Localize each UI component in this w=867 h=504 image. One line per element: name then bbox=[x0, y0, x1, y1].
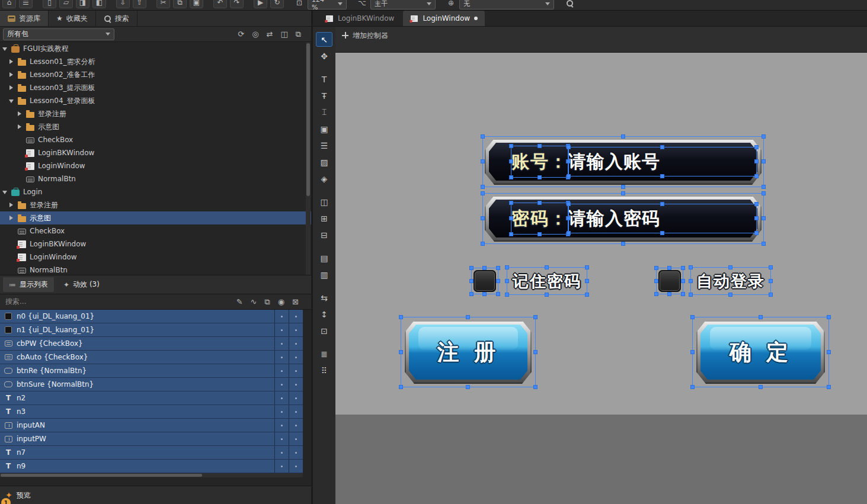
selection-handle[interactable] bbox=[481, 134, 485, 139]
selection-handle[interactable] bbox=[654, 292, 658, 296]
selection-handle[interactable] bbox=[769, 265, 773, 269]
selection-handle[interactable] bbox=[496, 292, 500, 296]
tree-scrollbar[interactable] bbox=[306, 42, 311, 275]
selection-handle[interactable] bbox=[728, 265, 732, 269]
selection-handle[interactable] bbox=[585, 265, 589, 269]
selection-handle[interactable] bbox=[538, 201, 542, 205]
tree-item-folder[interactable]: 示意图 bbox=[0, 120, 311, 133]
lock-toggle[interactable] bbox=[289, 405, 303, 418]
selection-handle[interactable] bbox=[481, 242, 485, 246]
selection-handle[interactable] bbox=[827, 385, 831, 389]
selection-handle[interactable] bbox=[538, 232, 542, 236]
selection-handle[interactable] bbox=[505, 279, 509, 283]
expander-icon[interactable] bbox=[8, 72, 14, 78]
tree-item-folder[interactable]: Lesson04_登录面板 bbox=[0, 94, 311, 107]
new-window-icon[interactable]: ⧉ bbox=[296, 30, 301, 39]
visibility-toggle[interactable] bbox=[274, 310, 289, 323]
import-icon[interactable]: ⇩ bbox=[116, 0, 130, 8]
locate-icon[interactable]: ◎ bbox=[252, 30, 258, 39]
tree-item-component[interactable]: CheckBox bbox=[0, 224, 311, 237]
editor-tab-loginbkwindow[interactable]: LoginBKWindow bbox=[318, 11, 401, 26]
visibility-toggle[interactable] bbox=[274, 405, 289, 418]
design-canvas[interactable]: 账号： 请输入账号 密码： 请输入密码 记住密码 bbox=[335, 53, 867, 504]
tab-favorites[interactable]: 收藏夹 bbox=[49, 11, 96, 26]
selection-handle[interactable] bbox=[585, 293, 589, 297]
selection-handle[interactable] bbox=[762, 216, 766, 220]
selection-handle[interactable] bbox=[533, 350, 538, 354]
tree-item-folder[interactable]: 登录注册 bbox=[0, 198, 311, 211]
package-filter-select[interactable]: 所有包 bbox=[3, 28, 114, 40]
selection-handle[interactable] bbox=[466, 315, 470, 319]
visibility-toggle[interactable] bbox=[274, 378, 289, 391]
new-file-icon[interactable]: ▯ bbox=[43, 0, 56, 8]
selection-handle[interactable] bbox=[681, 279, 685, 283]
selection-handle[interactable] bbox=[690, 385, 695, 389]
selection-handle[interactable] bbox=[690, 315, 695, 319]
branch-dropdown[interactable]: 主干 bbox=[370, 0, 436, 9]
selection-handle[interactable] bbox=[469, 292, 474, 296]
refresh-icon[interactable]: ↻ bbox=[270, 0, 284, 8]
relations-icon[interactable]: ∿ bbox=[251, 297, 257, 307]
tree-item-folder[interactable]: 登录注册 bbox=[0, 107, 311, 120]
selection-handle[interactable] bbox=[667, 292, 671, 296]
selection-handle[interactable] bbox=[621, 191, 625, 195]
paste-icon[interactable]: ▣ bbox=[190, 0, 203, 8]
display-list-item[interactable]: n0 {ui_DL_kuang_01} bbox=[0, 310, 303, 323]
display-list-item[interactable]: n7 bbox=[0, 446, 303, 460]
expander-icon[interactable] bbox=[8, 98, 14, 104]
selection-handle[interactable] bbox=[667, 266, 671, 270]
search-input[interactable]: 搜索... bbox=[5, 297, 26, 307]
selection-handle[interactable] bbox=[399, 315, 403, 319]
selection-handle[interactable] bbox=[660, 231, 664, 235]
play-icon[interactable]: ▶ bbox=[254, 0, 267, 8]
select-tool[interactable]: ↖ bbox=[316, 32, 332, 47]
selection-handle[interactable] bbox=[754, 145, 759, 149]
richtext-tool[interactable]: Ŧ bbox=[316, 88, 332, 103]
display-list-item[interactable]: inputPW bbox=[0, 432, 303, 446]
copy-icon[interactable]: ⧉ bbox=[173, 0, 187, 8]
selection-handle[interactable] bbox=[496, 279, 500, 283]
tree-item-folder[interactable]: Lesson01_需求分析 bbox=[0, 55, 311, 68]
selection-handle[interactable] bbox=[545, 293, 549, 297]
selection-handle[interactable] bbox=[689, 265, 693, 269]
selection-handle[interactable] bbox=[533, 385, 538, 389]
display-list-item[interactable]: inputAN bbox=[0, 419, 303, 432]
visibility-toggle[interactable] bbox=[274, 364, 289, 377]
scrollbar-thumb[interactable] bbox=[306, 43, 310, 196]
selection-handle[interactable] bbox=[827, 350, 831, 354]
expander-icon[interactable] bbox=[2, 189, 8, 195]
tab-transitions[interactable]: ✦ 动效 (3) bbox=[57, 277, 105, 292]
search-icon[interactable] bbox=[564, 0, 575, 8]
visibility-toggle[interactable] bbox=[274, 446, 289, 459]
slider-tool[interactable]: ⇆ bbox=[316, 290, 332, 305]
selection-handle[interactable] bbox=[827, 315, 831, 319]
image-tool[interactable]: ▣ bbox=[316, 121, 332, 136]
expander-icon[interactable] bbox=[8, 59, 14, 65]
lock-toggle[interactable] bbox=[289, 337, 303, 350]
movieclip-tool[interactable]: ◈ bbox=[316, 171, 332, 186]
selection-handle[interactable] bbox=[754, 159, 759, 163]
selection-handle[interactable] bbox=[496, 266, 500, 270]
selection-handle[interactable] bbox=[754, 216, 759, 220]
selection-handle[interactable] bbox=[585, 279, 589, 283]
list-tool[interactable]: ☰ bbox=[316, 138, 332, 153]
selection-handle[interactable] bbox=[509, 216, 513, 220]
selection-handle[interactable] bbox=[690, 350, 695, 354]
display-list-item[interactable]: n9 bbox=[0, 460, 303, 473]
project-list-icon[interactable]: ☰ bbox=[19, 0, 33, 8]
tree-item-component[interactable]: LoginWindow bbox=[0, 251, 311, 264]
lock-toggle[interactable] bbox=[289, 351, 303, 364]
tree-item-component[interactable]: LoginWindow bbox=[0, 159, 311, 172]
selection-handle[interactable] bbox=[469, 279, 474, 283]
tree-item-component[interactable]: NormalBtn bbox=[0, 264, 311, 275]
selection-handle[interactable] bbox=[769, 293, 773, 297]
lock-toggle[interactable] bbox=[289, 364, 303, 377]
selection-handle[interactable] bbox=[481, 159, 485, 163]
selection-handle[interactable] bbox=[481, 185, 485, 189]
expander-icon[interactable] bbox=[17, 111, 23, 117]
language-dropdown[interactable]: 无 bbox=[459, 0, 554, 9]
selection-handle[interactable] bbox=[754, 202, 759, 206]
visibility-toggle[interactable] bbox=[274, 432, 289, 445]
tab-resource-library[interactable]: 资源库 bbox=[0, 11, 49, 26]
lock-toggle[interactable] bbox=[289, 419, 303, 432]
